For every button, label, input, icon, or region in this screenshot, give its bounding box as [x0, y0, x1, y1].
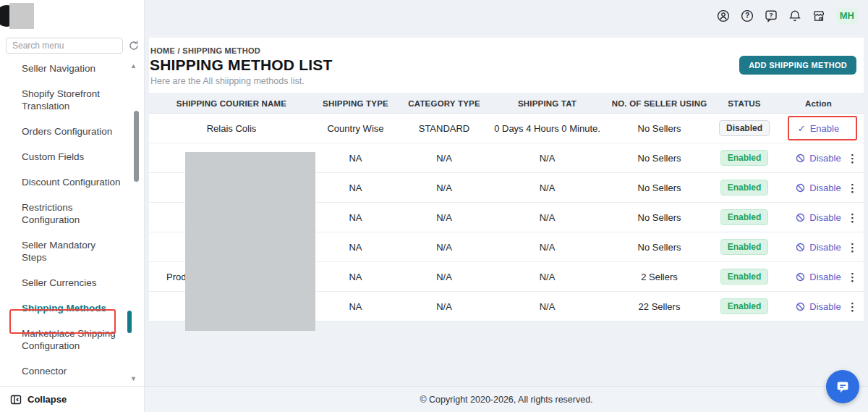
disable-link[interactable]: Disable	[796, 212, 841, 223]
table-header-row: SHIPPING COURIER NAMESHIPPING TYPECATEGO…	[149, 93, 864, 114]
shipping-tat-cell: N/A	[491, 212, 603, 223]
sellers-count-cell: No Sellers	[603, 182, 715, 193]
status-badge: Enabled	[720, 209, 769, 225]
svg-text:?: ?	[769, 12, 773, 19]
status-cell: Disabled	[715, 120, 773, 136]
row-menu-icon[interactable]: ⋮	[847, 212, 858, 223]
add-shipping-method-button[interactable]: ADD SHIPPING METHOD	[739, 56, 856, 75]
status-cell: Enabled	[715, 209, 773, 225]
sidebar-item-label: Orders Configuration	[22, 126, 112, 137]
main-content: ? ? MH HOME / SHIPPIN	[145, 0, 868, 412]
category-type-cell: N/A	[397, 272, 491, 282]
sidebar-item-orders-configuration[interactable]: Orders Configuration	[0, 125, 144, 138]
annotation-box-shipping-methods	[9, 309, 116, 334]
prohibit-icon	[796, 154, 805, 163]
sidebar: ▲ Seller NavigationShopify Storefront Tr…	[0, 0, 145, 412]
category-type-cell: N/A	[397, 301, 491, 312]
footer: © Copyright 2020-2026, All rights reserv…	[145, 386, 868, 412]
sellers-count-cell: No Sellers	[603, 212, 715, 223]
feedback-icon[interactable]: ?	[765, 9, 778, 22]
row-menu-icon[interactable]: ⋮	[847, 153, 858, 164]
notifications-icon[interactable]	[788, 9, 801, 22]
sellers-count-cell: No Sellers	[603, 153, 715, 164]
svg-text:?: ?	[745, 12, 749, 20]
sidebar-nav: Seller NavigationShopify Storefront Tran…	[0, 62, 144, 386]
row-menu-icon[interactable]: ⋮	[847, 272, 858, 282]
sidebar-item-label: Restrictions Configuration	[22, 202, 80, 225]
status-badge: Enabled	[720, 180, 769, 196]
store-icon[interactable]	[812, 9, 825, 22]
action-label: Disable	[809, 272, 841, 282]
sidebar-item-seller-currencies[interactable]: Seller Currencies	[0, 277, 144, 289]
chat-button[interactable]	[826, 370, 859, 403]
avatar[interactable]: MH	[836, 7, 858, 24]
prohibit-icon	[796, 183, 805, 193]
action-cell: Disable⋮	[773, 242, 864, 253]
status-badge: Enabled	[720, 150, 769, 166]
sidebar-item-label: Seller Navigation	[22, 63, 95, 74]
sidebar-item-shopify-storefront-translation[interactable]: Shopify Storefront Translation	[0, 88, 144, 112]
action-label: Disable	[809, 301, 841, 312]
search-input[interactable]	[6, 38, 123, 54]
row-menu-icon[interactable]: ⋮	[847, 301, 858, 312]
action-label: Disable	[809, 182, 841, 193]
chevron-down-icon[interactable]: ▼	[130, 375, 137, 382]
disable-link[interactable]: Disable	[796, 242, 841, 253]
shipping-tat-cell: N/A	[491, 272, 603, 282]
sidebar-item-connector[interactable]: Connector	[0, 365, 144, 377]
sidebar-item-seller-navigation[interactable]: Seller Navigation	[0, 62, 144, 75]
refresh-icon[interactable]	[128, 40, 140, 51]
shipping-tat-cell: 0 Days 4 Hours 0 Minute.	[491, 123, 603, 134]
status-cell: Enabled	[715, 239, 773, 255]
shipping-type-cell: NA	[314, 182, 397, 193]
column-header-shipping-tat: SHIPPING TAT	[491, 99, 603, 108]
disable-link[interactable]: Disable	[796, 272, 841, 282]
breadcrumb[interactable]: HOME / SHIPPING METHOD	[150, 46, 260, 55]
shipping-tat-cell: N/A	[491, 301, 603, 312]
status-badge: Enabled	[720, 269, 769, 285]
sidebar-item-discount-configuration[interactable]: Discount Configuration	[0, 176, 144, 188]
shipping-type-cell: NA	[314, 272, 397, 282]
status-badge: Enabled	[720, 298, 769, 314]
sidebar-item-restrictions-configuration[interactable]: Restrictions Configuration	[0, 201, 144, 226]
column-header-shipping-type: SHIPPING TYPE	[314, 99, 397, 108]
sidebar-item-label: Discount Configuration	[22, 177, 121, 188]
sidebar-item-label: Custom Fields	[22, 151, 84, 162]
sidebar-item-label: Seller Currencies	[22, 277, 97, 288]
sidebar-item-custom-fields[interactable]: Custom Fields	[0, 151, 144, 163]
sidebar-item-label: Shopify Storefront Translation	[22, 88, 100, 112]
action-label: Disable	[809, 153, 841, 164]
shipping-tat-cell: N/A	[491, 182, 603, 193]
sidebar-item-seller-mandatory-steps[interactable]: Seller Mandatory Steps	[0, 239, 144, 264]
category-type-cell: STANDARD	[397, 123, 491, 134]
enable-link[interactable]: ✓Enable	[798, 123, 839, 134]
action-cell: Disable⋮	[773, 212, 864, 223]
disable-link[interactable]: Disable	[796, 153, 841, 164]
category-type-cell: N/A	[397, 242, 491, 253]
shipping-type-cell: NA	[314, 212, 397, 223]
profile-icon[interactable]	[717, 9, 730, 22]
row-menu-icon[interactable]: ⋮	[847, 182, 858, 193]
sellers-count-cell: No Sellers	[603, 242, 715, 253]
logo-redaction-overlay	[9, 3, 34, 29]
redaction-overlay	[185, 152, 315, 331]
sidebar-scrollbar[interactable]	[134, 111, 139, 182]
status-cell: Enabled	[715, 150, 773, 166]
column-header-category-type: CATEGORY TYPE	[397, 99, 491, 108]
collapse-label: Collapse	[27, 394, 67, 405]
sellers-count-cell: 22 Sellers	[603, 301, 715, 312]
category-type-cell: N/A	[397, 182, 491, 193]
status-cell: Enabled	[715, 298, 773, 314]
shipping-tat-cell: N/A	[491, 242, 603, 253]
action-cell: Disable⋮	[773, 182, 864, 193]
action-cell: Disable⋮	[773, 153, 864, 164]
disable-link[interactable]: Disable	[796, 301, 841, 312]
column-header-action: Action	[773, 99, 864, 108]
collapse-button[interactable]: Collapse	[0, 386, 144, 412]
help-icon[interactable]: ?	[741, 9, 754, 22]
prohibit-icon	[796, 272, 805, 282]
check-icon: ✓	[798, 123, 806, 134]
row-menu-icon[interactable]: ⋮	[847, 242, 858, 253]
active-item-indicator	[127, 311, 132, 333]
disable-link[interactable]: Disable	[796, 182, 841, 193]
